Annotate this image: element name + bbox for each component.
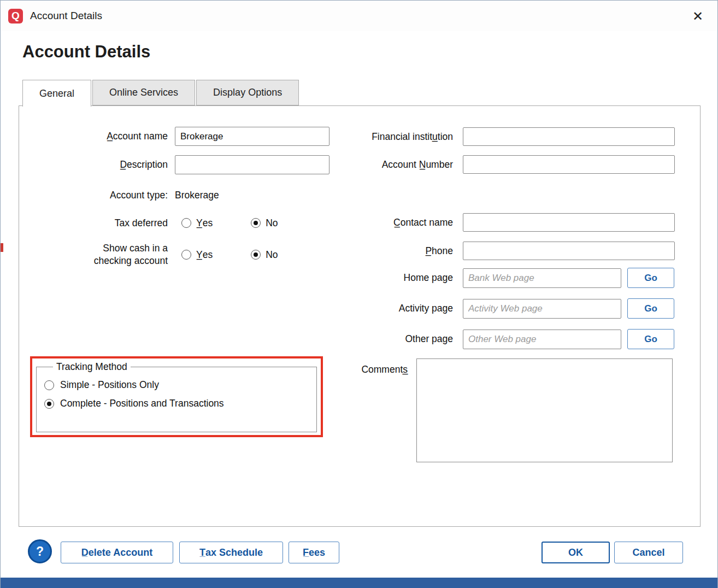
ok-button[interactable]: OK [542, 542, 610, 563]
other-page-go-button[interactable]: Go [627, 329, 674, 349]
home-page-go-button[interactable]: Go [627, 268, 674, 288]
other-page-label: Other page [303, 333, 463, 345]
delete-account-button[interactable]: D̲elete Account [61, 542, 173, 563]
show-cash-no-radio[interactable] [251, 250, 261, 260]
show-cash-no-label: No [266, 249, 278, 261]
tax-deferred-no-label: No [266, 217, 278, 229]
activity-page-go-button[interactable]: Go [627, 298, 674, 319]
tax-deferred-label: Tax deferred [19, 217, 175, 230]
account-type-value: Brokerage [175, 190, 219, 201]
window-title: Account Details [30, 10, 102, 22]
phone-input[interactable] [463, 242, 675, 260]
tab-bar: General Online Services Display Options [22, 80, 299, 107]
tax-deferred-yes-radio[interactable] [181, 218, 191, 228]
show-cash-yes-radio[interactable] [181, 250, 191, 260]
tracking-complete-radio[interactable] [44, 399, 54, 409]
tax-deferred-no-radio[interactable] [251, 218, 261, 228]
account-type-label: Account type: [19, 189, 175, 202]
home-page-input[interactable] [463, 268, 621, 288]
contact-name-label: C̲ontact name [303, 217, 463, 228]
tab-display-options[interactable]: Display Options [196, 80, 299, 105]
background-window-sliver [1, 243, 3, 252]
show-cash-yes-label: Y̲es [196, 249, 213, 261]
help-icon[interactable]: ? [28, 539, 52, 563]
close-icon[interactable]: ✕ [689, 8, 707, 25]
tab-online-services[interactable]: Online Services [92, 80, 195, 105]
show-cash-label: Show cash in a checking account [19, 242, 175, 267]
tracking-method-legend: Tracking Method [53, 361, 131, 373]
general-tab-panel: A̲ccount name D̲escription Account type:… [19, 105, 701, 527]
tracking-simple-label: Simple - Positions Only [60, 379, 159, 391]
financial-institution-input[interactable] [463, 127, 675, 146]
account-name-label: A̲ccount name [19, 130, 175, 143]
comments-label: Comments̲ [183, 358, 416, 375]
tab-general[interactable]: General [22, 80, 91, 107]
activity-page-label: Activity page [303, 303, 463, 314]
activity-page-input[interactable] [463, 299, 621, 319]
fees-button[interactable]: F̲ees [289, 542, 339, 563]
description-label: D̲escription [19, 158, 175, 171]
account-number-label: Account N̲umber [303, 159, 463, 170]
tracking-simple-radio[interactable] [44, 380, 54, 390]
quicken-logo-icon: Q [8, 9, 23, 23]
contact-name-input[interactable] [463, 213, 675, 232]
cancel-button[interactable]: Cancel [614, 542, 683, 563]
comments-textarea[interactable] [416, 358, 673, 462]
phone-label: P̲hone [303, 245, 463, 257]
tax-deferred-yes-label: Y̲es [196, 217, 213, 229]
financial-institution-label: Financial institu̲tion [303, 131, 463, 143]
page-title: Account Details [22, 42, 150, 62]
tax-schedule-button[interactable]: T̲ax Schedule [179, 542, 283, 563]
other-page-input[interactable] [463, 330, 621, 349]
account-number-input[interactable] [463, 155, 675, 174]
titlebar: Q Account Details ✕ [1, 1, 717, 31]
account-details-window: Q Account Details ✕ Account Details Gene… [0, 0, 718, 588]
home-page-label: Home page [303, 272, 463, 284]
background-window-strip [1, 578, 717, 588]
